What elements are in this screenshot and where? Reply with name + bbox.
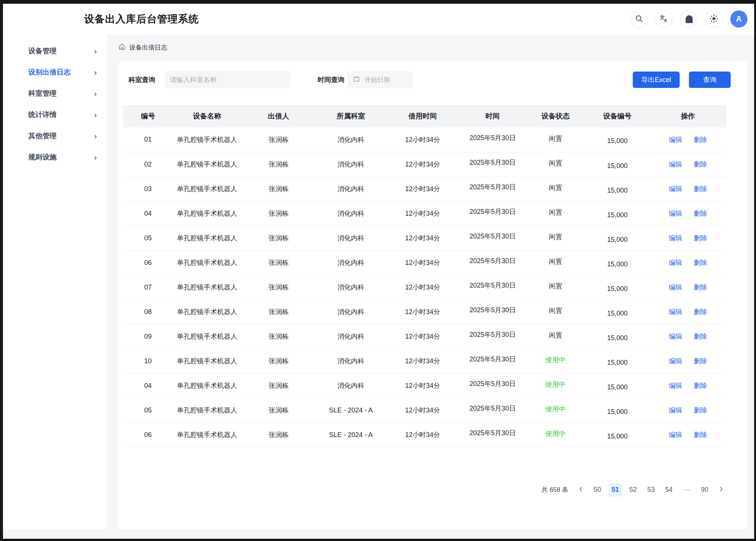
edit-link[interactable]: 编辑 bbox=[669, 210, 682, 217]
cell-device-name: 单孔腔镜手术机器人 bbox=[177, 160, 237, 169]
cell-borrower: 张润栋 bbox=[269, 381, 289, 390]
cell-date: 2025年5月30日 bbox=[470, 355, 516, 364]
settings-button[interactable] bbox=[705, 10, 722, 28]
cell-no: 09 bbox=[144, 333, 152, 341]
chevron-right-icon: › bbox=[94, 68, 97, 76]
dept-search-input[interactable] bbox=[165, 71, 290, 88]
cell-department: 消化内科 bbox=[337, 332, 364, 341]
delete-link[interactable]: 删除 bbox=[694, 406, 707, 414]
status-badge: 闲置 bbox=[549, 208, 562, 217]
cell-no: 03 bbox=[144, 185, 152, 193]
status-badge: 闲置 bbox=[549, 232, 562, 241]
search-button[interactable] bbox=[630, 10, 648, 28]
cell-department: 消化内科 bbox=[337, 307, 364, 316]
edit-link[interactable]: 编辑 bbox=[669, 234, 682, 242]
cell-borrow-duration: 12小时34分 bbox=[405, 430, 440, 439]
delete-link[interactable]: 删除 bbox=[694, 136, 707, 143]
cell-borrow-duration: 12小时34分 bbox=[405, 160, 440, 169]
cell-device-name: 单孔腔镜手术机器人 bbox=[177, 184, 237, 193]
edit-link[interactable]: 编辑 bbox=[669, 136, 682, 143]
delete-link[interactable]: 删除 bbox=[694, 382, 707, 389]
notification-button[interactable] bbox=[680, 10, 698, 28]
cell-no: 06 bbox=[144, 431, 152, 439]
table-row: 03 单孔腔镜手术机器人 张润栋 消化内科 12小时34分 2025年5月30日… bbox=[123, 177, 726, 201]
delete-link[interactable]: 删除 bbox=[694, 161, 707, 168]
page-button[interactable]: 52 bbox=[626, 483, 640, 497]
sidebar-item-default[interactable]: 其他管理 › bbox=[3, 125, 107, 146]
cell-borrower: 张润栋 bbox=[269, 357, 289, 366]
page-button[interactable]: 50 bbox=[591, 483, 604, 497]
edit-link[interactable]: 编辑 bbox=[669, 431, 682, 439]
cell-borrow-duration: 12小时34分 bbox=[405, 135, 440, 144]
translate-button[interactable]: 文 A bbox=[655, 10, 673, 28]
sidebar-item-default[interactable]: 设备管理 › bbox=[3, 40, 107, 61]
cell-department: SLE - 2024 - A bbox=[329, 406, 373, 414]
edit-link[interactable]: 编辑 bbox=[669, 382, 682, 389]
query-button[interactable]: 查询 bbox=[689, 72, 731, 88]
sidebar-item-default[interactable]: 规则设施 › bbox=[3, 146, 107, 168]
cell-department: 消化内科 bbox=[337, 283, 364, 292]
avatar[interactable]: A bbox=[730, 10, 747, 28]
page-list: 5051525354···90 bbox=[591, 483, 711, 497]
column-header: 设备状态 bbox=[526, 105, 585, 127]
cell-borrower: 张润栋 bbox=[269, 234, 289, 243]
cell-device-name: 单孔腔镜手术机器人 bbox=[177, 430, 237, 439]
pagination-ellipsis[interactable]: ··· bbox=[680, 483, 693, 497]
page-button[interactable]: 90 bbox=[698, 483, 711, 497]
breadcrumb[interactable]: 设备出借日志 bbox=[118, 34, 747, 61]
calendar-icon bbox=[353, 76, 360, 84]
page-button[interactable]: 53 bbox=[644, 483, 658, 497]
cell-device-name: 单孔腔镜手术机器人 bbox=[177, 135, 237, 144]
table-row: 06 单孔腔镜手术机器人 张润栋 SLE - 2024 - A 12小时34分 … bbox=[123, 423, 726, 447]
edit-link[interactable]: 编辑 bbox=[669, 308, 682, 316]
delete-link[interactable]: 删除 bbox=[694, 185, 707, 193]
cell-borrow-duration: 12小时34分 bbox=[405, 381, 440, 390]
cell-department: 消化内科 bbox=[337, 234, 364, 243]
edit-link[interactable]: 编辑 bbox=[669, 406, 682, 414]
delete-link[interactable]: 删除 bbox=[694, 210, 707, 217]
delete-link[interactable]: 删除 bbox=[694, 259, 707, 266]
cell-no: 02 bbox=[144, 161, 152, 168]
prev-page-button[interactable] bbox=[576, 483, 586, 497]
export-excel-button[interactable]: 导出Excel bbox=[633, 72, 680, 88]
delete-link[interactable]: 删除 bbox=[694, 431, 707, 439]
status-badge: 使用中 bbox=[546, 429, 566, 438]
column-header: 设备名称 bbox=[173, 105, 242, 127]
next-page-button[interactable] bbox=[716, 483, 726, 497]
cell-borrower: 张润栋 bbox=[269, 332, 289, 341]
cell-department: 消化内科 bbox=[337, 135, 364, 144]
page-button[interactable]: 54 bbox=[662, 483, 676, 497]
delete-link[interactable]: 删除 bbox=[694, 284, 707, 291]
cell-device-name: 单孔腔镜手术机器人 bbox=[177, 283, 237, 292]
cell-borrower: 张润栋 bbox=[269, 184, 289, 193]
cell-borrow-duration: 12小时34分 bbox=[405, 357, 440, 366]
table-row: 04 单孔腔镜手术机器人 张润栋 消化内科 12小时34分 2025年5月30日… bbox=[123, 201, 726, 226]
edit-link[interactable]: 编辑 bbox=[669, 333, 682, 340]
table-row: 02 单孔腔镜手术机器人 张润栋 消化内科 12小时34分 2025年5月30日… bbox=[123, 152, 726, 177]
edit-link[interactable]: 编辑 bbox=[669, 161, 682, 168]
page-button[interactable]: 51 bbox=[609, 483, 622, 497]
cell-borrow-duration: 12小时34分 bbox=[405, 184, 440, 193]
edit-link[interactable]: 编辑 bbox=[669, 284, 682, 291]
delete-link[interactable]: 删除 bbox=[694, 234, 707, 242]
delete-link[interactable]: 删除 bbox=[694, 357, 707, 365]
edit-link[interactable]: 编辑 bbox=[669, 357, 682, 365]
status-badge: 使用中 bbox=[546, 380, 566, 389]
cell-date: 2025年5月30日 bbox=[470, 256, 516, 265]
cell-borrow-duration: 12小时34分 bbox=[405, 406, 440, 415]
start-date-picker[interactable]: 开始日期 bbox=[347, 71, 413, 88]
sidebar-item-active[interactable]: 设别出借日志 › bbox=[3, 61, 107, 83]
cell-device-name: 单孔腔镜手术机器人 bbox=[177, 406, 237, 415]
cell-department: SLE - 2024 - A bbox=[329, 431, 373, 439]
chevron-right-icon: › bbox=[94, 47, 97, 55]
delete-link[interactable]: 删除 bbox=[694, 308, 707, 316]
edit-link[interactable]: 编辑 bbox=[669, 185, 682, 193]
sidebar-item-default[interactable]: 统计详情 › bbox=[3, 104, 107, 125]
window-frame: 设备出入库后台管理系统 文 A bbox=[0, 0, 756, 541]
sidebar-item-default[interactable]: 科室管理 › bbox=[3, 83, 107, 104]
table-container: 编号设备名称出借人所属科室借用时间时间设备状态设备编号操作 01 单孔腔镜手术机… bbox=[123, 105, 726, 447]
column-header: 借用时间 bbox=[386, 105, 459, 127]
cell-date: 2025年5月30日 bbox=[470, 306, 516, 314]
delete-link[interactable]: 删除 bbox=[694, 333, 707, 340]
edit-link[interactable]: 编辑 bbox=[669, 259, 682, 266]
